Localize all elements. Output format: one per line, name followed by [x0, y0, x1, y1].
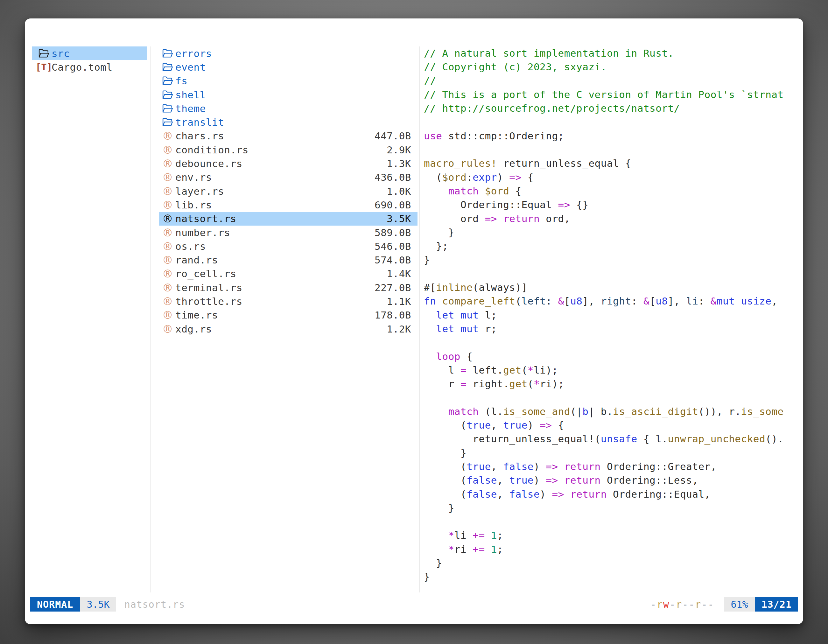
code-line — [424, 115, 799, 129]
file-name: translit — [175, 116, 224, 128]
file-row-rand.rs[interactable]: ®rand.rs574.0B — [159, 253, 417, 266]
file-row-natsort.rs[interactable]: ®natsort.rs3.5K — [159, 212, 417, 226]
rust-file-icon: ® — [162, 144, 174, 156]
code-line: l = left.get(*li); — [424, 364, 799, 377]
file-name: Cargo.toml — [52, 61, 113, 73]
file-row-chars.rs[interactable]: ®chars.rs447.0B — [159, 129, 417, 143]
file-name: condition.rs — [175, 144, 249, 155]
dir-row-theme[interactable]: theme — [159, 102, 417, 115]
code-line: let mut l; — [424, 308, 799, 322]
dir-row-src[interactable]: src — [32, 47, 147, 60]
scroll-percent: 61% — [724, 597, 755, 611]
code-line — [424, 391, 799, 404]
file-row-number.rs[interactable]: ®number.rs589.0B — [159, 226, 417, 239]
code-line: #[inline(always)] — [424, 280, 799, 294]
status-bar-left: NORMAL 3.5K natsort.rs — [30, 597, 185, 611]
file-row-os.rs[interactable]: ®os.rs546.0B — [159, 239, 417, 253]
code-line — [424, 336, 799, 349]
folder-open-icon — [162, 76, 174, 86]
folder-open-icon — [162, 49, 174, 58]
folder-open-icon — [162, 118, 174, 127]
rust-file-icon: ® — [162, 309, 174, 321]
code-line: } — [424, 501, 799, 515]
dir-row-event[interactable]: event — [159, 60, 417, 74]
file-name: throttle.rs — [175, 296, 243, 307]
rust-file-icon: ® — [162, 323, 174, 335]
file-row-time.rs[interactable]: ®time.rs178.0B — [159, 308, 417, 322]
file-name: terminal.rs — [175, 282, 243, 293]
code-preview-panel: // A natural sort implementation in Rust… — [424, 47, 799, 595]
code-line: fn compare_left(left: &[u8], right: &[u8… — [424, 294, 799, 308]
file-row-lib.rs[interactable]: ®lib.rs690.0B — [159, 198, 417, 212]
file-size: 447.0B — [375, 130, 411, 142]
code-line: } — [424, 570, 799, 584]
rust-file-icon: ® — [162, 185, 174, 197]
code-line: // This is a port of the C version of Ma… — [424, 88, 799, 102]
current-panel: errorseventfsshellthemetranslit®chars.rs… — [159, 47, 417, 336]
file-row-throttle.rs[interactable]: ®throttle.rs1.1K — [159, 294, 417, 308]
file-row-condition.rs[interactable]: ®condition.rs2.9K — [159, 143, 417, 157]
code-line: // A natural sort implementation in Rust… — [424, 47, 799, 60]
file-row-terminal.rs[interactable]: ®terminal.rs227.0B — [159, 280, 417, 294]
file-row-ro_cell.rs[interactable]: ®ro_cell.rs1.4K — [159, 267, 417, 280]
code-line: }; — [424, 239, 799, 253]
code-line: } — [424, 446, 799, 460]
code-line: // Copyright (c) 2023, sxyazi. — [424, 60, 799, 74]
dir-row-translit[interactable]: translit — [159, 115, 417, 129]
file-size: 1.2K — [387, 323, 411, 335]
code-line: // http://sourcefrog.net/projects/natsor… — [424, 102, 799, 115]
code-line — [424, 267, 799, 280]
code-line: (true, false) => return Ordering::Greate… — [424, 460, 799, 473]
folder-open-icon — [162, 90, 174, 100]
parent-panel: src[T]Cargo.toml — [32, 47, 147, 74]
file-size: 227.0B — [375, 282, 411, 293]
file-size: 178.0B — [375, 309, 411, 321]
code-line: return_unless_equal!(unsafe { l.unwrap_u… — [424, 432, 799, 446]
file-size-indicator: 3.5K — [80, 597, 116, 611]
code-line: (false, false) => return Ordering::Equal… — [424, 487, 799, 501]
code-line: match $ord { — [424, 184, 799, 198]
dir-row-shell[interactable]: shell — [159, 88, 417, 102]
file-size: 436.0B — [375, 171, 411, 183]
file-size: 1.4K — [387, 268, 411, 279]
panel-divider — [150, 47, 151, 592]
yazi-file-manager-window: src[T]Cargo.toml errorseventfsshelltheme… — [25, 19, 803, 624]
rust-file-icon: ® — [162, 130, 174, 142]
file-row-env.rs[interactable]: ®env.rs436.0B — [159, 171, 417, 184]
dir-row-errors[interactable]: errors — [159, 47, 417, 60]
file-size: 1.3K — [387, 158, 411, 169]
code-line: (false, true) => return Ordering::Less, — [424, 473, 799, 487]
code-line: let mut r; — [424, 322, 799, 336]
file-name: time.rs — [175, 309, 218, 321]
mode-indicator: NORMAL — [30, 597, 80, 611]
file-row-layer.rs[interactable]: ®layer.rs1.0K — [159, 184, 417, 198]
file-size: 589.0B — [375, 227, 411, 238]
code-line: match (l.is_some_and(|b| b.is_ascii_digi… — [424, 405, 799, 418]
file-name: lib.rs — [175, 199, 212, 211]
file-name: chars.rs — [175, 130, 224, 142]
rust-file-icon: ® — [162, 171, 174, 183]
rust-file-icon: ® — [162, 240, 174, 253]
file-row-xdg.rs[interactable]: ®xdg.rs1.2K — [159, 322, 417, 336]
file-name: fs — [175, 75, 187, 86]
code-line: use std::cmp::Ordering; — [424, 129, 799, 143]
file-row-Cargo.toml[interactable]: [T]Cargo.toml — [32, 60, 147, 74]
cursor-position: 13/21 — [755, 597, 798, 611]
code-line — [424, 143, 799, 157]
file-name: natsort.rs — [175, 213, 237, 224]
file-size: 690.0B — [375, 199, 411, 211]
status-filename: natsort.rs — [124, 599, 185, 610]
file-row-debounce.rs[interactable]: ®debounce.rs1.3K — [159, 157, 417, 170]
dir-row-fs[interactable]: fs — [159, 74, 417, 88]
code-line: *li += 1; — [424, 528, 799, 542]
folder-open-icon — [38, 49, 50, 58]
code-line: } — [424, 226, 799, 239]
code-line: (true, true) => { — [424, 418, 799, 432]
file-name: ro_cell.rs — [175, 268, 237, 279]
code-line: ($ord:expr) => { — [424, 171, 799, 184]
file-permissions: -rw-r--r-- — [651, 599, 714, 610]
file-name: env.rs — [175, 171, 212, 183]
code-line: *ri += 1; — [424, 542, 799, 556]
code-line: } — [424, 556, 799, 570]
file-name: event — [175, 61, 206, 73]
